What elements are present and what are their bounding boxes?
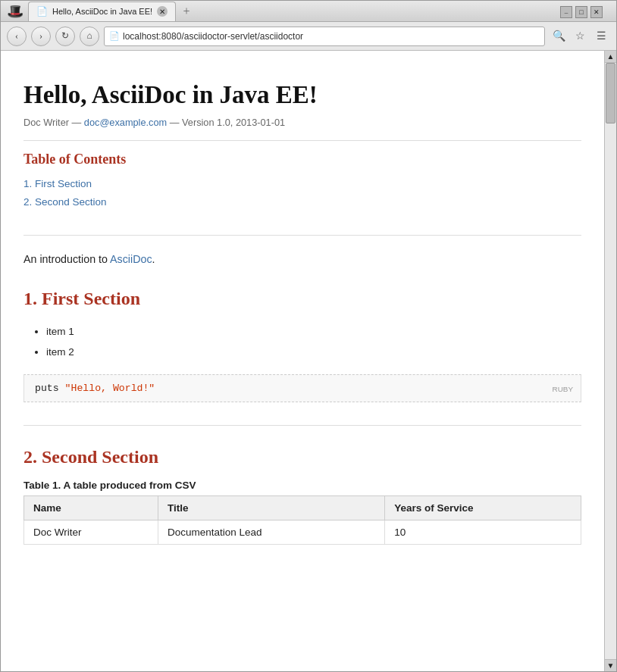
scrollbar[interactable]: ▲ ▼ bbox=[604, 51, 616, 671]
intro-paragraph: An introduction to AsciiDoc. bbox=[23, 251, 581, 268]
address-bar-container[interactable]: 📄 bbox=[104, 27, 545, 46]
section-2-heading: 2. Second Section bbox=[23, 447, 581, 467]
scroll-thumb[interactable] bbox=[606, 63, 615, 123]
meta-divider bbox=[23, 140, 581, 141]
toc-link-2[interactable]: 2. Second Section bbox=[23, 193, 581, 211]
tab-close-button[interactable]: ✕ bbox=[157, 6, 168, 17]
table-header-name: Name bbox=[24, 496, 158, 520]
table-cell-title: Documentation Lead bbox=[158, 520, 385, 545]
section-1-heading: 1. First Section bbox=[23, 289, 581, 309]
forward-button[interactable]: › bbox=[31, 27, 51, 46]
dash-1: — bbox=[72, 117, 82, 128]
table-caption: Table 1. A table produced from CSV bbox=[23, 480, 581, 491]
address-input[interactable] bbox=[123, 31, 540, 42]
author-name: Doc Writer bbox=[23, 117, 69, 128]
table-row: Doc Writer Documentation Lead 10 bbox=[24, 520, 581, 545]
section-1-list: item 1 item 2 bbox=[46, 321, 581, 362]
toc-link-1[interactable]: 1. First Section bbox=[23, 175, 581, 193]
reload-button[interactable]: ↻ bbox=[55, 27, 75, 46]
list-item: item 1 bbox=[46, 321, 581, 342]
intro-text-end: . bbox=[152, 253, 155, 265]
address-lock-icon: 📄 bbox=[109, 31, 120, 41]
author-email-link[interactable]: doc@example.com bbox=[84, 117, 167, 128]
table-cell-name: Doc Writer bbox=[24, 520, 158, 545]
version-text: Version 1.0, 2013-01-01 bbox=[182, 117, 285, 128]
table-header-row: Name Title Years of Service bbox=[24, 496, 581, 520]
data-table: Name Title Years of Service Doc Writer D… bbox=[23, 495, 581, 545]
tab-title: Hello, AsciiDoc in Java EE! bbox=[52, 7, 152, 16]
toc-heading: Table of Contents bbox=[23, 152, 581, 167]
doc-title: Hello, AsciiDoc in Java EE! bbox=[23, 81, 581, 109]
title-bar: 🎩 📄 Hello, AsciiDoc in Java EE! ✕ + – □ … bbox=[1, 1, 616, 22]
active-tab[interactable]: 📄 Hello, AsciiDoc in Java EE! ✕ bbox=[28, 2, 176, 21]
scroll-track[interactable] bbox=[605, 63, 616, 659]
scroll-up-arrow[interactable]: ▲ bbox=[605, 51, 616, 63]
toc-divider bbox=[23, 235, 581, 236]
code-text: puts bbox=[35, 383, 65, 394]
browser-content: Hello, AsciiDoc in Java EE! Doc Writer —… bbox=[1, 51, 616, 671]
code-string: "Hello, World!" bbox=[65, 383, 155, 394]
asciidoc-link[interactable]: AsciiDoc bbox=[110, 253, 152, 265]
code-lang-label: RUBY bbox=[553, 384, 573, 392]
scroll-down-arrow[interactable]: ▼ bbox=[605, 659, 616, 671]
minimize-button[interactable]: – bbox=[560, 6, 572, 18]
table-header-years: Years of Service bbox=[385, 496, 581, 520]
dash-2: — bbox=[170, 117, 180, 128]
nav-bar: ‹ › ↻ ⌂ 📄 🔍 ☆ ☰ bbox=[1, 22, 616, 51]
tab-favicon: 📄 bbox=[36, 6, 48, 17]
section-1-divider bbox=[23, 425, 581, 426]
maximize-button[interactable]: □ bbox=[575, 6, 587, 18]
browser-logo-icon: 🎩 bbox=[7, 3, 23, 20]
back-button[interactable]: ‹ bbox=[7, 27, 27, 46]
page-content: Hello, AsciiDoc in Java EE! Doc Writer —… bbox=[1, 51, 604, 671]
browser-window: 🎩 📄 Hello, AsciiDoc in Java EE! ✕ + – □ … bbox=[0, 0, 617, 672]
toc-section: Table of Contents 1. First Section 2. Se… bbox=[23, 152, 581, 212]
table-cell-years: 10 bbox=[385, 520, 581, 545]
menu-icon[interactable]: ☰ bbox=[592, 27, 610, 45]
code-block: puts "Hello, World!" RUBY bbox=[23, 374, 581, 402]
close-button[interactable]: ✕ bbox=[590, 6, 603, 18]
table-header-title: Title bbox=[158, 496, 385, 520]
doc-meta: Doc Writer — doc@example.com — Version 1… bbox=[23, 117, 581, 128]
new-tab-button[interactable]: + bbox=[177, 2, 196, 20]
list-item: item 2 bbox=[46, 342, 581, 362]
intro-text-before: An introduction to bbox=[23, 253, 110, 265]
bookmark-icon[interactable]: ☆ bbox=[571, 27, 589, 45]
search-icon[interactable]: 🔍 bbox=[550, 27, 568, 45]
home-button[interactable]: ⌂ bbox=[80, 27, 99, 46]
